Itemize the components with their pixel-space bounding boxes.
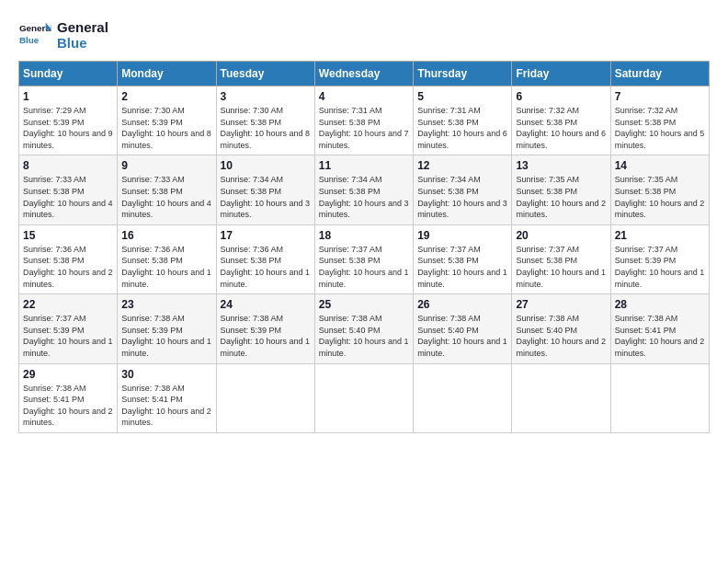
week-row-1: 1Sunrise: 7:29 AMSunset: 5:39 PMDaylight… <box>19 86 710 155</box>
day-number-13: 13 <box>516 159 606 172</box>
weekday-header-friday: Friday <box>512 62 610 86</box>
day-info-19: Sunrise: 7:37 AMSunset: 5:38 PMDaylight:… <box>417 244 507 290</box>
empty-cell <box>314 363 413 432</box>
day-cell-19: 19Sunrise: 7:37 AMSunset: 5:38 PMDayligh… <box>414 224 512 293</box>
day-cell-13: 13Sunrise: 7:35 AMSunset: 5:38 PMDayligh… <box>512 155 610 224</box>
day-cell-6: 6Sunrise: 7:32 AMSunset: 5:38 PMDaylight… <box>512 86 610 155</box>
day-info-28: Sunrise: 7:38 AMSunset: 5:41 PMDaylight:… <box>615 313 705 359</box>
day-info-24: Sunrise: 7:38 AMSunset: 5:39 PMDaylight:… <box>221 313 311 359</box>
day-cell-7: 7Sunrise: 7:32 AMSunset: 5:38 PMDaylight… <box>610 86 709 155</box>
day-number-17: 17 <box>221 229 311 242</box>
day-cell-28: 28Sunrise: 7:38 AMSunset: 5:41 PMDayligh… <box>610 294 709 363</box>
day-info-18: Sunrise: 7:37 AMSunset: 5:38 PMDaylight:… <box>319 244 409 290</box>
day-cell-16: 16Sunrise: 7:36 AMSunset: 5:38 PMDayligh… <box>118 224 216 293</box>
day-cell-26: 26Sunrise: 7:38 AMSunset: 5:40 PMDayligh… <box>414 294 512 363</box>
day-info-15: Sunrise: 7:36 AMSunset: 5:38 PMDaylight:… <box>23 244 113 290</box>
weekday-header-thursday: Thursday <box>414 62 512 86</box>
weekday-header-tuesday: Tuesday <box>216 62 314 86</box>
day-number-3: 3 <box>221 90 311 103</box>
day-info-26: Sunrise: 7:38 AMSunset: 5:40 PMDaylight:… <box>417 313 507 359</box>
day-cell-3: 3Sunrise: 7:30 AMSunset: 5:38 PMDaylight… <box>216 86 314 155</box>
day-cell-22: 22Sunrise: 7:37 AMSunset: 5:39 PMDayligh… <box>19 294 118 363</box>
day-info-27: Sunrise: 7:38 AMSunset: 5:40 PMDaylight:… <box>516 313 606 359</box>
weekday-header-wednesday: Wednesday <box>314 62 413 86</box>
weekday-header-monday: Monday <box>118 62 216 86</box>
day-number-2: 2 <box>121 90 211 103</box>
day-cell-17: 17Sunrise: 7:36 AMSunset: 5:38 PMDayligh… <box>216 224 314 293</box>
empty-cell <box>610 363 709 432</box>
day-info-12: Sunrise: 7:34 AMSunset: 5:38 PMDaylight:… <box>417 174 507 220</box>
day-info-8: Sunrise: 7:33 AMSunset: 5:38 PMDaylight:… <box>23 174 113 220</box>
day-cell-23: 23Sunrise: 7:38 AMSunset: 5:39 PMDayligh… <box>118 294 216 363</box>
day-info-30: Sunrise: 7:38 AMSunset: 5:41 PMDaylight:… <box>121 383 211 429</box>
day-info-29: Sunrise: 7:38 AMSunset: 5:41 PMDaylight:… <box>23 383 113 429</box>
day-info-21: Sunrise: 7:37 AMSunset: 5:39 PMDaylight:… <box>615 244 705 290</box>
day-info-4: Sunrise: 7:31 AMSunset: 5:38 PMDaylight:… <box>319 105 409 151</box>
day-info-5: Sunrise: 7:31 AMSunset: 5:38 PMDaylight:… <box>417 105 507 151</box>
svg-text:Blue: Blue <box>19 35 40 45</box>
header: General Blue GeneralBlue <box>18 18 710 52</box>
day-number-21: 21 <box>615 229 705 242</box>
day-info-22: Sunrise: 7:37 AMSunset: 5:39 PMDaylight:… <box>23 313 113 359</box>
day-cell-20: 20Sunrise: 7:37 AMSunset: 5:38 PMDayligh… <box>512 224 610 293</box>
logo-icon: General Blue <box>18 18 51 52</box>
day-cell-24: 24Sunrise: 7:38 AMSunset: 5:39 PMDayligh… <box>216 294 314 363</box>
day-cell-9: 9Sunrise: 7:33 AMSunset: 5:38 PMDaylight… <box>118 155 216 224</box>
weekday-header-sunday: Sunday <box>19 62 118 86</box>
weekday-header-row: SundayMondayTuesdayWednesdayThursdayFrid… <box>19 62 710 86</box>
day-number-20: 20 <box>516 229 606 242</box>
empty-cell <box>216 363 314 432</box>
day-number-23: 23 <box>121 298 211 311</box>
day-cell-1: 1Sunrise: 7:29 AMSunset: 5:39 PMDaylight… <box>19 86 118 155</box>
day-cell-15: 15Sunrise: 7:36 AMSunset: 5:38 PMDayligh… <box>19 224 118 293</box>
logo-text: GeneralBlue <box>57 19 108 51</box>
day-number-26: 26 <box>417 298 507 311</box>
day-info-3: Sunrise: 7:30 AMSunset: 5:38 PMDaylight:… <box>221 105 311 151</box>
day-number-10: 10 <box>221 159 311 172</box>
day-info-16: Sunrise: 7:36 AMSunset: 5:38 PMDaylight:… <box>121 244 211 290</box>
day-info-7: Sunrise: 7:32 AMSunset: 5:38 PMDaylight:… <box>615 105 705 151</box>
day-cell-12: 12Sunrise: 7:34 AMSunset: 5:38 PMDayligh… <box>414 155 512 224</box>
day-number-30: 30 <box>121 368 211 381</box>
day-number-15: 15 <box>23 229 113 242</box>
week-row-5: 29Sunrise: 7:38 AMSunset: 5:41 PMDayligh… <box>19 363 710 432</box>
day-number-22: 22 <box>23 298 113 311</box>
day-number-18: 18 <box>319 229 409 242</box>
day-number-24: 24 <box>221 298 311 311</box>
logo: General Blue GeneralBlue <box>18 18 108 52</box>
day-number-16: 16 <box>121 229 211 242</box>
day-number-14: 14 <box>615 159 705 172</box>
day-number-27: 27 <box>516 298 606 311</box>
day-info-23: Sunrise: 7:38 AMSunset: 5:39 PMDaylight:… <box>121 313 211 359</box>
day-cell-5: 5Sunrise: 7:31 AMSunset: 5:38 PMDaylight… <box>414 86 512 155</box>
day-cell-30: 30Sunrise: 7:38 AMSunset: 5:41 PMDayligh… <box>118 363 216 432</box>
day-cell-29: 29Sunrise: 7:38 AMSunset: 5:41 PMDayligh… <box>19 363 118 432</box>
calendar: SundayMondayTuesdayWednesdayThursdayFrid… <box>18 61 710 433</box>
day-number-11: 11 <box>319 159 409 172</box>
week-row-3: 15Sunrise: 7:36 AMSunset: 5:38 PMDayligh… <box>19 224 710 293</box>
day-cell-2: 2Sunrise: 7:30 AMSunset: 5:39 PMDaylight… <box>118 86 216 155</box>
day-cell-8: 8Sunrise: 7:33 AMSunset: 5:38 PMDaylight… <box>19 155 118 224</box>
day-number-5: 5 <box>417 90 507 103</box>
empty-cell <box>414 363 512 432</box>
day-info-2: Sunrise: 7:30 AMSunset: 5:39 PMDaylight:… <box>121 105 211 151</box>
day-number-28: 28 <box>615 298 705 311</box>
weekday-header-saturday: Saturday <box>610 62 709 86</box>
day-info-13: Sunrise: 7:35 AMSunset: 5:38 PMDaylight:… <box>516 174 606 220</box>
empty-cell <box>512 363 610 432</box>
day-number-8: 8 <box>23 159 113 172</box>
day-number-4: 4 <box>319 90 409 103</box>
week-row-2: 8Sunrise: 7:33 AMSunset: 5:38 PMDaylight… <box>19 155 710 224</box>
day-cell-21: 21Sunrise: 7:37 AMSunset: 5:39 PMDayligh… <box>610 224 709 293</box>
day-info-20: Sunrise: 7:37 AMSunset: 5:38 PMDaylight:… <box>516 244 606 290</box>
day-number-29: 29 <box>23 368 113 381</box>
day-info-14: Sunrise: 7:35 AMSunset: 5:38 PMDaylight:… <box>615 174 705 220</box>
day-cell-18: 18Sunrise: 7:37 AMSunset: 5:38 PMDayligh… <box>314 224 413 293</box>
day-cell-14: 14Sunrise: 7:35 AMSunset: 5:38 PMDayligh… <box>610 155 709 224</box>
day-cell-25: 25Sunrise: 7:38 AMSunset: 5:40 PMDayligh… <box>314 294 413 363</box>
day-info-25: Sunrise: 7:38 AMSunset: 5:40 PMDaylight:… <box>319 313 409 359</box>
day-info-17: Sunrise: 7:36 AMSunset: 5:38 PMDaylight:… <box>221 244 311 290</box>
day-info-9: Sunrise: 7:33 AMSunset: 5:38 PMDaylight:… <box>121 174 211 220</box>
day-info-10: Sunrise: 7:34 AMSunset: 5:38 PMDaylight:… <box>221 174 311 220</box>
day-info-1: Sunrise: 7:29 AMSunset: 5:39 PMDaylight:… <box>23 105 113 151</box>
